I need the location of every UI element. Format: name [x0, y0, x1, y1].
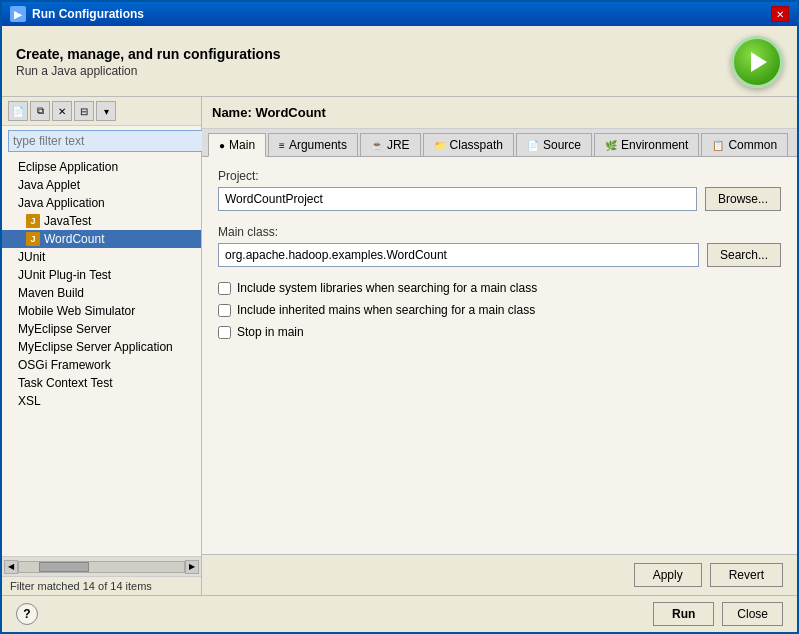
- tab-arguments[interactable]: ≡ Arguments: [268, 133, 358, 156]
- filter-input[interactable]: [8, 130, 207, 152]
- tab-main[interactable]: ● Main: [208, 133, 266, 157]
- header-subtitle: Run a Java application: [16, 64, 281, 78]
- tab-source[interactable]: 📄 Source: [516, 133, 592, 156]
- tab-environment[interactable]: 🌿 Environment: [594, 133, 699, 156]
- item-label: MyEclipse Server Application: [18, 340, 173, 354]
- list-item[interactable]: Mobile Web Simulator: [2, 302, 201, 320]
- checkbox-row-2: Include inherited mains when searching f…: [218, 303, 781, 317]
- scroll-left-button[interactable]: ◀: [4, 560, 18, 574]
- item-label: MyEclipse Server: [18, 322, 111, 336]
- include-inherited-mains-checkbox[interactable]: [218, 304, 231, 317]
- left-toolbar: 📄 ⧉ ✕ ⊟ ▾: [2, 97, 201, 126]
- title-bar: ▶ Run Configurations ✕: [2, 2, 797, 26]
- apply-button[interactable]: Apply: [634, 563, 702, 587]
- item-label: Maven Build: [18, 286, 84, 300]
- scroll-right-button[interactable]: ▶: [185, 560, 199, 574]
- environment-tab-icon: 🌿: [605, 140, 617, 151]
- checkbox-row-3: Stop in main: [218, 325, 781, 339]
- item-label: JUnit Plug-in Test: [18, 268, 111, 282]
- tabs-bar: ● Main ≡ Arguments ☕ JRE 📁 Classpath 📄: [202, 129, 797, 157]
- main-class-input[interactable]: [218, 243, 699, 267]
- tab-common-label: Common: [728, 138, 777, 152]
- stop-in-main-label: Stop in main: [237, 325, 304, 339]
- main-class-input-row: Search...: [218, 243, 781, 267]
- list-item[interactable]: XSL: [2, 392, 201, 410]
- run-circle-button[interactable]: [731, 36, 783, 88]
- header-text: Create, manage, and run configurations R…: [16, 46, 281, 78]
- tab-jre[interactable]: ☕ JRE: [360, 133, 421, 156]
- collapse-button[interactable]: ⊟: [74, 101, 94, 121]
- scroll-thumb[interactable]: [39, 562, 89, 572]
- item-label: Mobile Web Simulator: [18, 304, 135, 318]
- header-title: Create, manage, and run configurations: [16, 46, 281, 62]
- scroll-track[interactable]: [18, 561, 185, 573]
- window-title: Run Configurations: [32, 7, 144, 21]
- name-label: Name:: [212, 105, 252, 120]
- footer-bar: ? Run Close: [2, 595, 797, 632]
- item-label: Java Applet: [18, 178, 80, 192]
- revert-button[interactable]: Revert: [710, 563, 783, 587]
- project-label: Project:: [218, 169, 781, 183]
- list-item[interactable]: MyEclipse Server Application: [2, 338, 201, 356]
- tab-classpath-label: Classpath: [450, 138, 503, 152]
- expand-dropdown-button[interactable]: ▾: [96, 101, 116, 121]
- name-value: WordCount: [255, 105, 326, 120]
- run-configurations-window: ▶ Run Configurations ✕ Create, manage, a…: [0, 0, 799, 634]
- item-label: JUnit: [18, 250, 45, 264]
- list-item[interactable]: OSGi Framework: [2, 356, 201, 374]
- tab-classpath[interactable]: 📁 Classpath: [423, 133, 514, 156]
- search-main-class-button[interactable]: Search...: [707, 243, 781, 267]
- main-body: 📄 ⧉ ✕ ⊟ ▾ Eclipse Application Java Apple…: [2, 97, 797, 595]
- arguments-tab-icon: ≡: [279, 140, 285, 151]
- project-input[interactable]: [218, 187, 697, 211]
- list-item[interactable]: JUnit Plug-in Test: [2, 266, 201, 284]
- include-system-libs-label: Include system libraries when searching …: [237, 281, 537, 295]
- tab-common[interactable]: 📋 Common: [701, 133, 788, 156]
- window-icon: ▶: [10, 6, 26, 22]
- list-item[interactable]: J JavaTest: [2, 212, 201, 230]
- delete-config-button[interactable]: ✕: [52, 101, 72, 121]
- item-label: XSL: [18, 394, 41, 408]
- list-item[interactable]: Eclipse Application: [2, 158, 201, 176]
- left-panel: 📄 ⧉ ✕ ⊟ ▾ Eclipse Application Java Apple…: [2, 97, 202, 595]
- duplicate-config-button[interactable]: ⧉: [30, 101, 50, 121]
- classpath-tab-icon: 📁: [434, 140, 446, 151]
- list-item[interactable]: Maven Build: [2, 284, 201, 302]
- tree-list: Eclipse Application Java Applet Java App…: [2, 156, 201, 556]
- tab-arguments-label: Arguments: [289, 138, 347, 152]
- header-section: Create, manage, and run configurations R…: [2, 26, 797, 97]
- run-button[interactable]: Run: [653, 602, 714, 626]
- checkbox-row-1: Include system libraries when searching …: [218, 281, 781, 295]
- horizontal-scrollbar[interactable]: ◀ ▶: [2, 556, 201, 576]
- tab-environment-label: Environment: [621, 138, 688, 152]
- list-item-wordcount[interactable]: J WordCount: [2, 230, 201, 248]
- main-tab-icon: ●: [219, 140, 225, 151]
- item-label: Java Application: [18, 196, 105, 210]
- list-item[interactable]: MyEclipse Server: [2, 320, 201, 338]
- bottom-bar: Apply Revert: [202, 554, 797, 595]
- item-label: JavaTest: [44, 214, 91, 228]
- project-input-row: Browse...: [218, 187, 781, 211]
- list-item[interactable]: Java Application: [2, 194, 201, 212]
- close-button[interactable]: Close: [722, 602, 783, 626]
- close-window-button[interactable]: ✕: [771, 6, 789, 22]
- footer-right: Run Close: [653, 602, 783, 626]
- item-label: WordCount: [44, 232, 104, 246]
- item-label: Task Context Test: [18, 376, 113, 390]
- right-panel: Name: WordCount ● Main ≡ Arguments ☕ JRE: [202, 97, 797, 595]
- project-row: Project: Browse...: [218, 169, 781, 211]
- java-icon: J: [26, 232, 40, 246]
- list-item[interactable]: JUnit: [2, 248, 201, 266]
- main-class-row: Main class: Search...: [218, 225, 781, 267]
- main-class-label: Main class:: [218, 225, 781, 239]
- item-label: Eclipse Application: [18, 160, 118, 174]
- filter-status: Filter matched 14 of 14 items: [2, 576, 201, 595]
- include-system-libs-checkbox[interactable]: [218, 282, 231, 295]
- list-item-task-context-test[interactable]: Task Context Test: [2, 374, 201, 392]
- item-label: OSGi Framework: [18, 358, 111, 372]
- new-config-button[interactable]: 📄: [8, 101, 28, 121]
- help-button[interactable]: ?: [16, 603, 38, 625]
- stop-in-main-checkbox[interactable]: [218, 326, 231, 339]
- browse-project-button[interactable]: Browse...: [705, 187, 781, 211]
- list-item[interactable]: Java Applet: [2, 176, 201, 194]
